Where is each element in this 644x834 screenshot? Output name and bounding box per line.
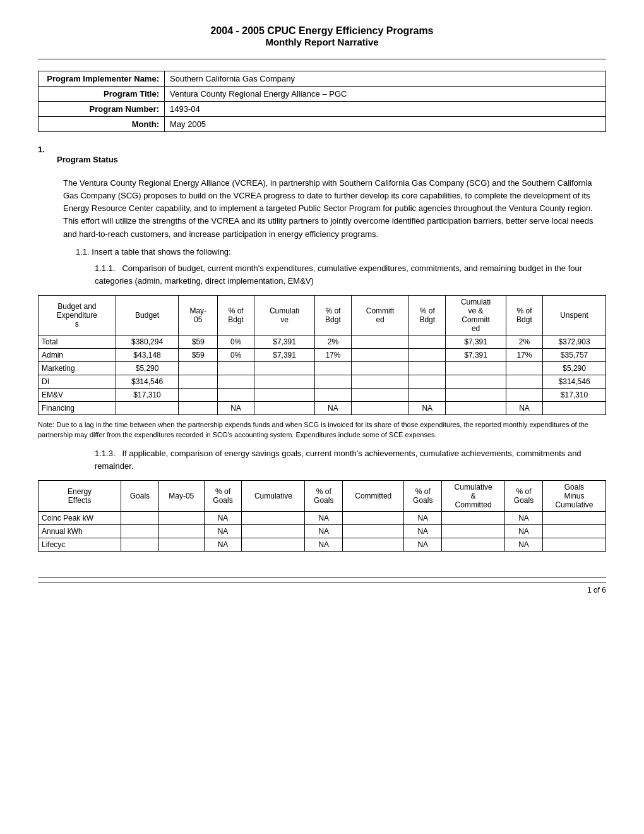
- table-cell: $17,310: [116, 389, 179, 402]
- budget-table: Budget andExpenditures Budget May-05 % o…: [38, 295, 606, 415]
- budget-col-pct3: % ofBdgt: [409, 296, 446, 335]
- table-cell: [242, 525, 305, 538]
- table-cell: [352, 335, 409, 349]
- table-cell: [442, 538, 505, 552]
- table-cell: [254, 362, 314, 375]
- month-label: Month:: [39, 117, 165, 132]
- table-cell: [446, 389, 506, 402]
- title-label: Program Title:: [39, 87, 165, 102]
- table-cell: [343, 512, 404, 525]
- budget-col-unspent: Unspent: [543, 296, 606, 335]
- table-cell: [409, 389, 446, 402]
- table-cell: Coinc Peak kW: [39, 512, 121, 525]
- sub13-text: 1.1.3. If applicable, comparison of ener…: [95, 447, 606, 473]
- table-cell: [121, 538, 159, 552]
- page-header: 2004 - 2005 CPUC Energy Efficiency Progr…: [38, 25, 606, 47]
- table-cell: [343, 525, 404, 538]
- table-cell: [179, 375, 218, 389]
- number-value: 1493-04: [165, 102, 606, 117]
- implementer-value: Southern California Gas Company: [165, 71, 606, 87]
- table-cell: $314,546: [116, 375, 179, 389]
- table-row: Program Number: 1493-04: [39, 102, 606, 117]
- table-cell: [242, 512, 305, 525]
- table-cell: Admin: [39, 349, 116, 362]
- table-cell: NA: [404, 512, 442, 525]
- energy-col-effects: EnergyEffects: [39, 481, 121, 512]
- table-cell: [242, 538, 305, 552]
- energy-col-pct4: % ofGoals: [505, 481, 543, 512]
- sub1-label: 1.1.: [76, 247, 90, 257]
- table-cell: [542, 525, 605, 538]
- table-cell: $43,148: [116, 349, 179, 362]
- table-cell: $17,310: [543, 389, 606, 402]
- page-footer: 1 of 6: [38, 577, 606, 595]
- table-cell: NA: [305, 512, 343, 525]
- table-cell: [542, 538, 605, 552]
- table-cell: 0%: [218, 335, 254, 349]
- table-cell: $7,391: [446, 349, 506, 362]
- table-cell: [254, 389, 314, 402]
- table-cell: [352, 349, 409, 362]
- page-number: 1 of 6: [38, 586, 606, 595]
- table-cell: [352, 362, 409, 375]
- table-cell: [314, 389, 351, 402]
- table-cell: [442, 512, 505, 525]
- sub1-text: 1.1. Insert a table that shows the follo…: [76, 246, 606, 258]
- table-cell: [542, 512, 605, 525]
- table-cell: Lifecyc: [39, 538, 121, 552]
- energy-table: EnergyEffects Goals May-05 % ofGoals Cum…: [38, 480, 606, 552]
- table-cell: [121, 525, 159, 538]
- table-cell: [442, 525, 505, 538]
- energy-header-row: EnergyEffects Goals May-05 % ofGoals Cum…: [39, 481, 606, 512]
- table-cell: [179, 362, 218, 375]
- table-cell: NA: [305, 538, 343, 552]
- budget-note: Note: Due to a lag in the time between w…: [38, 420, 606, 440]
- table-cell: $7,391: [254, 349, 314, 362]
- table-cell: NA: [204, 512, 242, 525]
- program-info-table: Program Implementer Name: Southern Calif…: [38, 71, 606, 132]
- table-cell: [343, 538, 404, 552]
- table-cell: NA: [204, 538, 242, 552]
- budget-col-pct4: % ofBdgt: [506, 296, 542, 335]
- table-cell: $7,391: [446, 335, 506, 349]
- table-cell: NA: [505, 512, 543, 525]
- energy-col-may: May-05: [158, 481, 204, 512]
- table-cell: $314,546: [543, 375, 606, 389]
- table-cell: $59: [179, 335, 218, 349]
- energy-col-goals: Goals: [121, 481, 159, 512]
- table-row: EM&V$17,310$17,310: [39, 389, 606, 402]
- table-cell: [218, 389, 254, 402]
- table-cell: NA: [204, 525, 242, 538]
- table-row: Marketing$5,290$5,290: [39, 362, 606, 375]
- table-cell: [218, 362, 254, 375]
- table-cell: [158, 512, 204, 525]
- table-cell: Marketing: [39, 362, 116, 375]
- section1-header: 1. Program Status: [38, 145, 606, 171]
- table-cell: NA: [305, 525, 343, 538]
- budget-col-may: May-05: [179, 296, 218, 335]
- table-cell: NA: [404, 538, 442, 552]
- sub11-text: 1.1.1. Comparison of budget, current mon…: [95, 262, 606, 287]
- table-cell: [116, 402, 179, 415]
- implementer-label: Program Implementer Name:: [39, 71, 165, 87]
- table-cell: [254, 402, 314, 415]
- table-cell: 2%: [314, 335, 351, 349]
- energy-col-pct1: % ofGoals: [204, 481, 242, 512]
- section1-title: Program Status: [57, 155, 118, 164]
- table-cell: $5,290: [116, 362, 179, 375]
- table-cell: DI: [39, 375, 116, 389]
- table-cell: $372,903: [543, 335, 606, 349]
- month-value: May 2005: [165, 117, 606, 132]
- section1-number: 1.: [38, 145, 57, 171]
- table-cell: NA: [404, 525, 442, 538]
- table-cell: NA: [314, 402, 351, 415]
- table-cell: $380,294: [116, 335, 179, 349]
- table-cell: [506, 375, 542, 389]
- table-cell: NA: [506, 402, 542, 415]
- sub1-content: Insert a table that shows the following:: [92, 247, 230, 257]
- energy-col-cumul-committed: Cumulative&Committed: [442, 481, 505, 512]
- table-cell: [158, 525, 204, 538]
- table-cell: EM&V: [39, 389, 116, 402]
- table-row: FinancingNANANANA: [39, 402, 606, 415]
- table-cell: $35,757: [543, 349, 606, 362]
